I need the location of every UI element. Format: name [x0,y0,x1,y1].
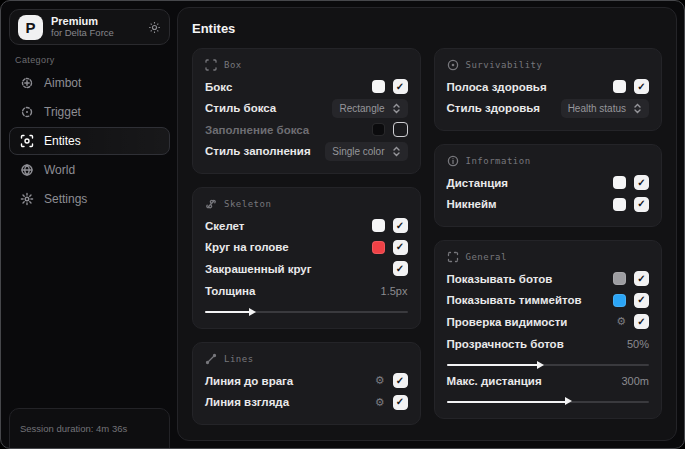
checkbox[interactable] [393,395,408,410]
setting-row: Бокс [205,76,408,98]
checkbox[interactable] [634,175,649,190]
color-swatch[interactable] [613,198,626,211]
sidebar-nav: Aimbot Trigget Entites World [9,69,170,213]
grid-icon [447,251,459,263]
setting-row: Полоса здоровья [447,76,650,98]
color-swatch[interactable] [372,219,385,232]
setting-row: Никнейм [447,194,650,216]
color-swatch[interactable] [613,80,626,93]
box-style-select[interactable]: Rectangle [332,99,407,118]
checkbox[interactable] [634,197,649,212]
slider-value: 300m [621,375,649,387]
gear-icon[interactable] [148,21,161,34]
setting-row: Закрашенный круг [205,258,408,280]
checkbox[interactable] [634,79,649,94]
target-icon [20,105,34,119]
card-box: Box Бокс Стиль бокса Rectangle [192,48,421,174]
sidebar: P Premium for Delta Force Category Aimbo… [1,1,177,448]
setting-row: Линия взгляда ⚙ [205,392,408,414]
gear-icon[interactable]: ⚙ [375,375,385,386]
card-title: Lines [224,354,254,364]
sidebar-item-settings[interactable]: Settings [9,185,170,213]
session-box: Session duration: 4m 36s [9,408,170,449]
color-swatch[interactable] [613,176,626,189]
card-title: Box [224,60,242,70]
slider-value: 1.5px [381,285,408,297]
color-swatch[interactable] [372,80,385,93]
setting-row: Скелет [205,215,408,237]
chevrons-up-down-icon [392,146,401,157]
slider-thumb[interactable] [537,361,544,369]
color-swatch[interactable] [372,123,385,136]
category-label: Category [15,55,55,65]
slider-track[interactable] [447,401,650,403]
setting-row: Стиль заполнения Single color [205,141,408,163]
checkbox[interactable] [393,261,408,276]
checkbox[interactable] [634,271,649,286]
chevrons-up-down-icon [392,103,401,114]
card-title: Survivability [466,60,543,70]
checkbox[interactable] [393,218,408,233]
slider-thumb[interactable] [249,308,256,316]
color-swatch[interactable] [613,272,626,285]
setting-row: Показывать ботов [447,268,650,290]
checkbox[interactable] [393,122,408,137]
page-title: Entites [192,21,662,36]
sidebar-item-label: Trigget [44,105,81,119]
setting-row: Заполнение бокса [205,119,408,141]
health-style-select[interactable]: Health status [561,99,649,118]
slider-track[interactable] [447,364,650,366]
sidebar-item-label: World [44,163,75,177]
brand-title: Premium [51,15,140,28]
brand-subtitle: for Delta Force [51,28,140,39]
sidebar-item-label: Aimbot [44,76,81,90]
fill-style-select[interactable]: Single color [325,142,407,161]
sidebar-item-trigget[interactable]: Trigget [9,98,170,126]
checkbox[interactable] [393,373,408,388]
checkbox[interactable] [393,79,408,94]
sidebar-item-label: Entites [44,134,81,148]
info-icon [447,155,459,167]
card-general: General Показывать ботов Показывать тимм… [434,240,663,419]
setting-row: Стиль бокса Rectangle [205,98,408,120]
thickness-slider: Толщина 1.5px [205,281,408,314]
card-information: Information Дистанция Никнейм [434,144,663,227]
checkbox[interactable] [393,240,408,255]
gear-icon [20,192,34,206]
gear-icon[interactable]: ⚙ [375,397,385,408]
globe-icon [20,163,34,177]
line-icon [205,353,217,365]
sidebar-item-world[interactable]: World [9,156,170,184]
setting-row: Проверка видимости ⚙ [447,311,650,333]
setting-row: Круг на голове [205,237,408,259]
color-swatch[interactable] [372,241,385,254]
slider-value: 50% [627,338,649,350]
sidebar-item-entites[interactable]: Entites [9,127,170,155]
bounding-box-icon [205,59,217,71]
setting-row: Дистанция [447,172,650,194]
card-title: Information [466,156,531,166]
gear-icon[interactable]: ⚙ [616,316,626,327]
sidebar-item-aimbot[interactable]: Aimbot [9,69,170,97]
sidebar-item-label: Settings [44,192,87,206]
card-lines: Lines Линия до врага ⚙ Линия взгляда ⚙ [192,342,421,425]
pulse-circle-icon [447,59,459,71]
main-panel: Entites Box Бокс [177,7,677,441]
color-swatch[interactable] [613,294,626,307]
checkbox[interactable] [634,314,649,329]
card-skeleton: Skeleton Скелет Круг на голове [192,187,421,329]
max-distance-slider: Макс. дистанция 300m [447,370,650,403]
checkbox[interactable] [634,293,649,308]
app-window: P Premium for Delta Force Category Aimbo… [0,0,685,449]
session-duration: Session duration: 4m 36s [20,423,159,434]
slider-track[interactable] [205,311,408,313]
setting-row: Показывать тиммейтов [447,290,650,312]
setting-row: Стиль здоровья Health status [447,98,650,120]
brand-card: P Premium for Delta Force [9,9,170,45]
crosshair-icon [20,76,34,90]
scan-eye-icon [20,134,34,148]
slider-thumb[interactable] [565,397,572,405]
chevrons-up-down-icon [633,103,642,114]
setting-row: Линия до врага ⚙ [205,370,408,392]
card-survivability: Survivability Полоса здоровья Стиль здор… [434,48,663,131]
